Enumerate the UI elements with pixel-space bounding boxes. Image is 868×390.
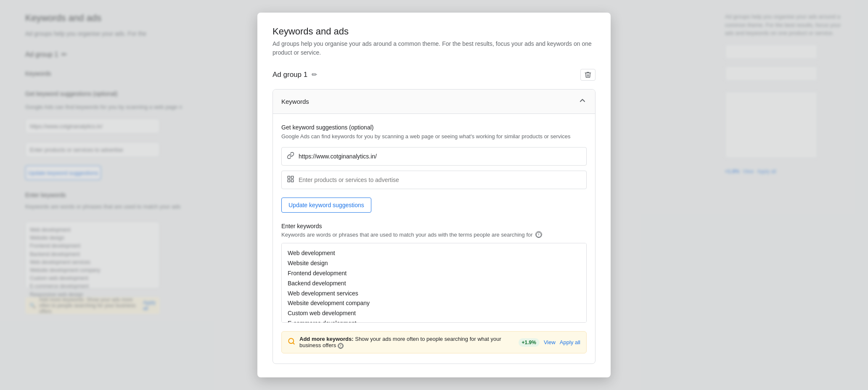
modal-title: Keywords and ads — [273, 26, 595, 37]
adgroup-header: Ad group 1 ✏ — [273, 69, 595, 81]
products-input-wrap[interactable] — [281, 171, 587, 189]
svg-line-8 — [293, 343, 294, 344]
collapse-icon[interactable] — [578, 96, 587, 107]
keywords-section-header[interactable]: Keywords — [273, 90, 595, 114]
suggestions-desc: Google Ads can find keywords for you by … — [281, 132, 587, 141]
enter-keywords-desc: Keywords are words or phrases that are u… — [281, 231, 587, 238]
link-icon — [287, 152, 294, 161]
enter-keywords-title: Enter keywords — [281, 223, 587, 229]
modal-overlay: Keywords and ads Ad groups help you orga… — [0, 0, 868, 390]
apply-all-button[interactable]: Apply all — [560, 339, 580, 345]
add-more-info-icon[interactable] — [338, 343, 344, 349]
add-more-label: Add more keywords: — [299, 336, 354, 342]
percentage-badge: +1.9% — [519, 338, 540, 347]
url-input-wrap[interactable] — [281, 147, 587, 166]
add-more-text: Add more keywords: Show your ads more of… — [299, 336, 514, 349]
delete-adgroup-button[interactable] — [580, 69, 595, 81]
svg-rect-3 — [291, 180, 294, 182]
search-orange-icon — [288, 337, 295, 347]
grid-icon — [287, 175, 294, 184]
modal-subtitle: Ad groups help you organise your ads aro… — [273, 40, 595, 57]
suggestions-title: Get keyword suggestions (optional) — [281, 124, 587, 131]
svg-rect-1 — [291, 177, 294, 179]
keywords-body: Get keyword suggestions (optional) Googl… — [273, 114, 595, 364]
view-link[interactable]: View — [544, 339, 556, 345]
adgroup-title: Ad group 1 ✏ — [273, 71, 317, 79]
modal-container: Keywords and ads Ad groups help you orga… — [257, 13, 611, 377]
keywords-section-title: Keywords — [281, 98, 309, 105]
add-more-keywords-bar: Add more keywords: Show your ads more of… — [281, 331, 587, 353]
adgroup-name: Ad group 1 — [273, 71, 307, 79]
keywords-info-icon[interactable] — [535, 231, 542, 238]
svg-rect-2 — [288, 180, 290, 182]
edit-adgroup-icon[interactable]: ✏ — [312, 71, 317, 79]
update-suggestions-button[interactable]: Update keyword suggestions — [281, 198, 371, 213]
url-input[interactable] — [299, 153, 581, 160]
svg-rect-0 — [288, 177, 290, 179]
keywords-section: Keywords Get keyword suggestions (option… — [273, 89, 595, 364]
products-input[interactable] — [299, 177, 581, 183]
keywords-textarea[interactable]: Web development Website design Frontend … — [281, 243, 587, 323]
